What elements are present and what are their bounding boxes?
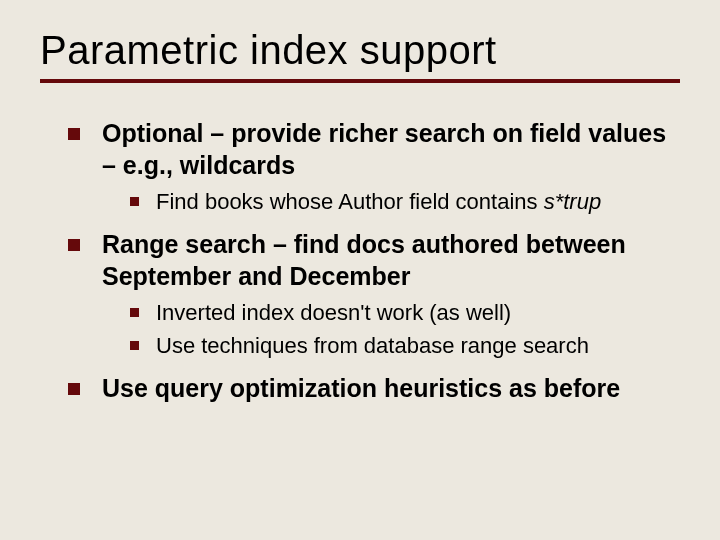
list-item: Range search – find docs authored betwee… bbox=[68, 228, 680, 360]
sub-bullet-text: Find books whose Author field contains bbox=[156, 189, 544, 214]
list-item: Optional – provide richer search on fiel… bbox=[68, 117, 680, 216]
sub-bullet-italic: s*trup bbox=[544, 189, 601, 214]
list-item: Inverted index doesn't work (as well) bbox=[130, 298, 680, 327]
bullet-text: Use query optimization heuristics as bef… bbox=[102, 374, 620, 402]
bullet-text: Optional – provide richer search on fiel… bbox=[102, 119, 666, 179]
sub-list: Inverted index doesn't work (as well) Us… bbox=[102, 298, 680, 360]
list-item: Use query optimization heuristics as bef… bbox=[68, 372, 680, 404]
sub-bullet-text: Inverted index doesn't work (as well) bbox=[156, 300, 511, 325]
bullet-text: Range search – find docs authored betwee… bbox=[102, 230, 626, 290]
sub-list: Find books whose Author field contains s… bbox=[102, 187, 680, 216]
title-underline bbox=[40, 79, 680, 83]
bullet-list: Optional – provide richer search on fiel… bbox=[40, 117, 680, 404]
list-item: Use techniques from database range searc… bbox=[130, 331, 680, 360]
slide-title: Parametric index support bbox=[40, 28, 680, 73]
sub-bullet-text: Use techniques from database range searc… bbox=[156, 333, 589, 358]
slide: Parametric index support Optional – prov… bbox=[0, 0, 720, 540]
list-item: Find books whose Author field contains s… bbox=[130, 187, 680, 216]
